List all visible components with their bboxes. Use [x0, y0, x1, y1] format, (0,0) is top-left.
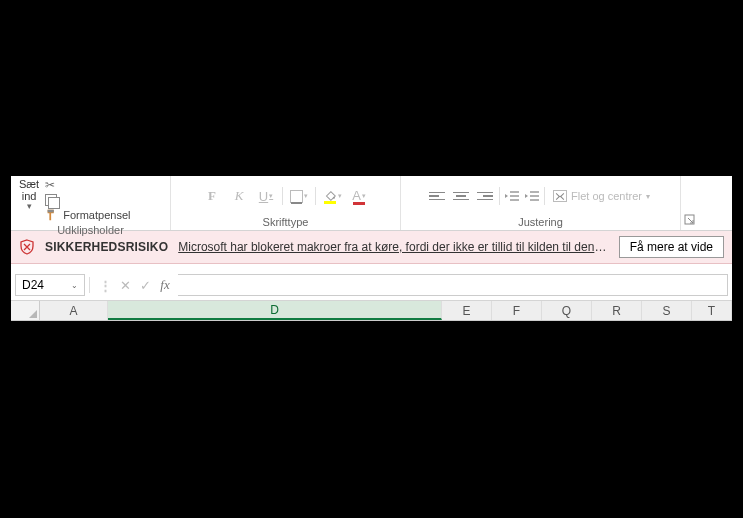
- ribbon-group-alignment: Flet og centrer ▾ Justering: [401, 176, 681, 230]
- column-headers: ADEFQRST: [11, 301, 732, 321]
- select-all-corner[interactable]: [11, 301, 40, 320]
- copy-icon: [45, 194, 57, 206]
- chevron-down-icon: ▾: [646, 192, 650, 201]
- paintbrush-icon: [45, 208, 59, 222]
- column-header-R[interactable]: R: [592, 301, 642, 320]
- align-center-button[interactable]: [451, 187, 471, 205]
- column-header-Q[interactable]: Q: [542, 301, 592, 320]
- column-header-D[interactable]: D: [108, 301, 442, 320]
- name-box[interactable]: D24 ⌄: [15, 274, 85, 296]
- format-painter-button[interactable]: Formatpensel: [45, 208, 130, 222]
- formula-input[interactable]: [178, 274, 728, 296]
- italic-button[interactable]: K: [228, 186, 250, 206]
- chevron-down-icon: ▾: [269, 192, 273, 200]
- separator: [544, 187, 545, 205]
- clipboard-group-label: Udklipsholder: [15, 222, 166, 236]
- copy-button[interactable]: [45, 194, 130, 206]
- chevron-down-icon: ▾: [304, 192, 308, 200]
- fill-color-button[interactable]: ▾: [321, 186, 343, 206]
- svg-point-1: [332, 197, 334, 199]
- dialog-launcher-button[interactable]: [681, 176, 699, 230]
- border-icon: [290, 190, 303, 203]
- merge-label: Flet og centrer: [571, 190, 642, 202]
- security-title: SIKKERHEDSRISIKO: [45, 240, 168, 254]
- paint-bucket-icon: [323, 189, 337, 203]
- expand-icon: [684, 214, 696, 226]
- format-painter-label: Formatpensel: [63, 209, 130, 221]
- separator: [315, 187, 316, 205]
- paste-button[interactable]: Sæt ind ▾: [19, 178, 39, 212]
- scissors-icon: [45, 178, 55, 192]
- bold-button[interactable]: F: [201, 186, 223, 206]
- learn-more-button[interactable]: Få mere at vide: [619, 236, 724, 258]
- paste-label-line1: Sæt: [19, 178, 39, 190]
- chevron-down-icon[interactable]: ⌄: [71, 281, 78, 290]
- alignment-group-label: Justering: [405, 214, 676, 228]
- column-header-S[interactable]: S: [642, 301, 692, 320]
- column-header-A[interactable]: A: [40, 301, 108, 320]
- chevron-down-icon: ▾: [27, 202, 32, 212]
- indent-icon: [524, 189, 540, 203]
- shield-blocked-icon: [19, 239, 35, 255]
- cut-button[interactable]: [45, 178, 130, 192]
- ribbon-group-font: F K U▾ ▾ ▾ A▾ Skrifttype: [171, 176, 401, 230]
- increase-indent-button[interactable]: [524, 189, 540, 203]
- underline-button[interactable]: U▾: [255, 186, 277, 206]
- separator: [282, 187, 283, 205]
- column-header-E[interactable]: E: [442, 301, 492, 320]
- font-color-icon: A: [352, 188, 361, 204]
- cancel-formula-button[interactable]: ✕: [116, 278, 134, 293]
- column-header-F[interactable]: F: [492, 301, 542, 320]
- outdent-icon: [504, 189, 520, 203]
- security-message-link[interactable]: Microsoft har blokeret makroer fra at kø…: [178, 240, 608, 254]
- borders-button[interactable]: ▾: [288, 186, 310, 206]
- excel-window-strip: Sæt ind ▾ Formatpensel Udklipsholder F: [11, 176, 732, 321]
- separator: [499, 187, 500, 205]
- name-box-value: D24: [22, 278, 44, 292]
- decrease-indent-button[interactable]: [504, 189, 520, 203]
- merge-icon: [553, 190, 567, 202]
- chevron-down-icon: ▾: [338, 192, 342, 200]
- align-left-button[interactable]: [427, 187, 447, 205]
- merge-center-button[interactable]: Flet og centrer ▾: [549, 190, 654, 202]
- options-button[interactable]: ⋮: [96, 278, 114, 293]
- column-header-T[interactable]: T: [692, 301, 732, 320]
- ribbon: Sæt ind ▾ Formatpensel Udklipsholder F: [11, 176, 732, 231]
- font-color-button[interactable]: A▾: [348, 186, 370, 206]
- insert-function-button[interactable]: fx: [156, 277, 174, 293]
- align-right-button[interactable]: [475, 187, 495, 205]
- formula-bar: D24 ⌄ ⋮ ✕ ✓ fx: [11, 270, 732, 301]
- svg-rect-0: [48, 210, 54, 213]
- confirm-formula-button[interactable]: ✓: [136, 278, 154, 293]
- chevron-down-icon: ▾: [362, 192, 366, 200]
- ribbon-group-clipboard: Sæt ind ▾ Formatpensel Udklipsholder: [11, 176, 171, 230]
- font-group-label: Skrifttype: [175, 214, 396, 228]
